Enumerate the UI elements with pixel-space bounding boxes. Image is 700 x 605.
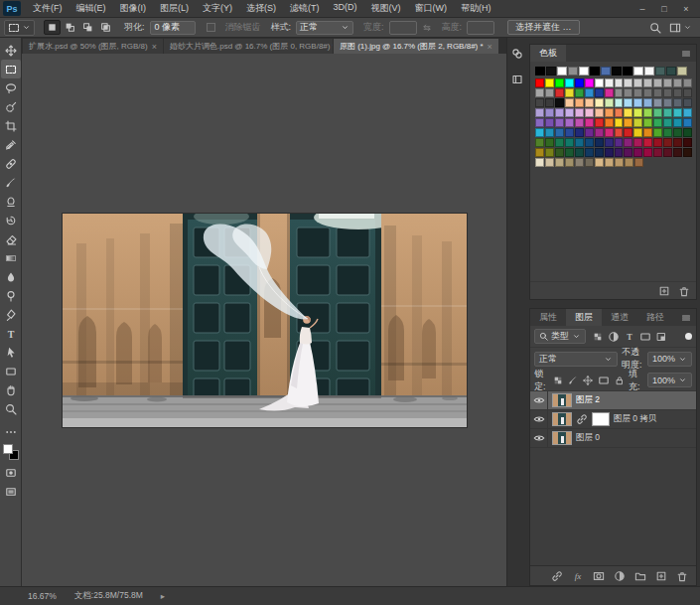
- hand-tool[interactable]: [1, 380, 21, 399]
- swatch[interactable]: [623, 67, 632, 76]
- subtract-selection-button[interactable]: [79, 20, 96, 35]
- anti-alias-checkbox[interactable]: [207, 23, 215, 32]
- delete-swatch-icon[interactable]: [678, 285, 690, 297]
- swatch[interactable]: [673, 138, 682, 147]
- lock-all-icon[interactable]: [615, 376, 625, 385]
- swatch[interactable]: [633, 128, 642, 137]
- swatch[interactable]: [535, 88, 544, 97]
- blur-tool[interactable]: [1, 267, 21, 286]
- swatch[interactable]: [535, 158, 544, 167]
- swatch[interactable]: [605, 108, 614, 117]
- screen-mode-button[interactable]: [1, 482, 21, 501]
- swatch[interactable]: [653, 148, 662, 157]
- swatch[interactable]: [605, 88, 614, 97]
- panel-menu-icon[interactable]: [680, 48, 692, 60]
- add-selection-button[interactable]: [62, 20, 78, 35]
- swatch[interactable]: [624, 78, 632, 87]
- tab-图层[interactable]: 图层: [566, 309, 602, 326]
- swatch[interactable]: [595, 98, 604, 107]
- swatch[interactable]: [683, 98, 692, 107]
- swatch[interactable]: [653, 118, 662, 127]
- swatch[interactable]: [643, 138, 652, 147]
- layer-visibility-eye-icon[interactable]: [530, 410, 548, 429]
- swatch[interactable]: [633, 138, 642, 147]
- swatch[interactable]: [575, 78, 584, 87]
- swatch[interactable]: [595, 108, 604, 117]
- swatch[interactable]: [612, 67, 622, 76]
- swatch[interactable]: [568, 67, 578, 76]
- swatch[interactable]: [673, 148, 682, 157]
- swatch[interactable]: [565, 158, 574, 167]
- new-layer-icon[interactable]: [655, 570, 667, 582]
- document-tab[interactable]: 婚纱大片调色.psd @ 16.7% (图层 0, RGB/8#) *×: [164, 39, 333, 54]
- swatch[interactable]: [565, 108, 574, 117]
- swatch[interactable]: [655, 67, 665, 76]
- swatch[interactable]: [585, 128, 594, 137]
- swatch[interactable]: [535, 128, 544, 137]
- lasso-tool[interactable]: [1, 78, 21, 97]
- swatch[interactable]: [653, 138, 662, 147]
- document-tab[interactable]: 扩展水.psd @ 50% (图层, RGB/8)×: [23, 39, 163, 54]
- swatch[interactable]: [673, 88, 682, 97]
- shape-tool[interactable]: [1, 362, 21, 380]
- swatch[interactable]: [545, 118, 554, 127]
- layer-row[interactable]: 图层 2: [530, 391, 696, 410]
- swatch[interactable]: [575, 108, 584, 117]
- swatch[interactable]: [585, 148, 594, 157]
- layer-visibility-eye-icon[interactable]: [530, 391, 548, 410]
- layer-row[interactable]: 图层 0: [530, 429, 696, 448]
- swatch[interactable]: [545, 108, 554, 117]
- new-selection-button[interactable]: [44, 20, 61, 35]
- swatch[interactable]: [663, 98, 672, 107]
- menu-item[interactable]: 选择(S): [240, 0, 282, 17]
- collapsed-color-panel-icon[interactable]: [509, 46, 525, 62]
- swatch[interactable]: [585, 78, 594, 87]
- swatch[interactable]: [633, 108, 642, 117]
- swatch[interactable]: [565, 78, 574, 87]
- swatch[interactable]: [653, 108, 662, 117]
- swatch[interactable]: [595, 148, 604, 157]
- swatch[interactable]: [557, 67, 567, 76]
- swatch[interactable]: [643, 88, 652, 97]
- filter-toggle[interactable]: [685, 333, 692, 340]
- swatch[interactable]: [555, 98, 564, 107]
- swatch[interactable]: [633, 148, 642, 157]
- swatch[interactable]: [673, 128, 682, 137]
- filter-shape-layers-icon[interactable]: [639, 331, 651, 343]
- layer-thumbnail[interactable]: [552, 412, 572, 426]
- menu-item[interactable]: 3D(D): [328, 0, 363, 17]
- layer-thumbnail[interactable]: [552, 393, 572, 407]
- swatch[interactable]: [624, 138, 632, 147]
- zoom-tool[interactable]: [1, 399, 21, 418]
- swatch[interactable]: [535, 118, 544, 127]
- swatch[interactable]: [595, 158, 604, 167]
- swatch[interactable]: [579, 67, 589, 76]
- lock-artboard-icon[interactable]: [598, 375, 610, 386]
- minimize-button[interactable]: –: [632, 2, 652, 16]
- swatch[interactable]: [644, 67, 654, 76]
- menu-item[interactable]: 滤镜(T): [284, 0, 326, 17]
- swatch[interactable]: [605, 148, 614, 157]
- swatch[interactable]: [545, 148, 554, 157]
- swatch[interactable]: [555, 138, 564, 147]
- blend-mode-select[interactable]: 正常: [534, 352, 618, 367]
- style-select[interactable]: 正常: [296, 21, 353, 35]
- swatch[interactable]: [545, 88, 554, 97]
- swap-dimensions-icon[interactable]: [422, 23, 432, 33]
- menu-item[interactable]: 窗口(W): [409, 0, 454, 17]
- foreground-color[interactable]: [3, 444, 13, 454]
- fill-input[interactable]: 100%: [647, 373, 692, 387]
- swatch[interactable]: [575, 148, 584, 157]
- swatch[interactable]: [673, 118, 682, 127]
- document-image[interactable]: [63, 214, 467, 427]
- tab-通道[interactable]: 通道: [602, 309, 637, 326]
- swatch[interactable]: [643, 98, 652, 107]
- swatch[interactable]: [634, 158, 643, 167]
- menu-item[interactable]: 文字(Y): [197, 0, 238, 17]
- swatch[interactable]: [575, 98, 584, 107]
- swatch[interactable]: [653, 88, 662, 97]
- swatch[interactable]: [683, 78, 692, 87]
- swatch[interactable]: [653, 128, 662, 137]
- swatch[interactable]: [565, 138, 574, 147]
- swatch[interactable]: [633, 118, 642, 127]
